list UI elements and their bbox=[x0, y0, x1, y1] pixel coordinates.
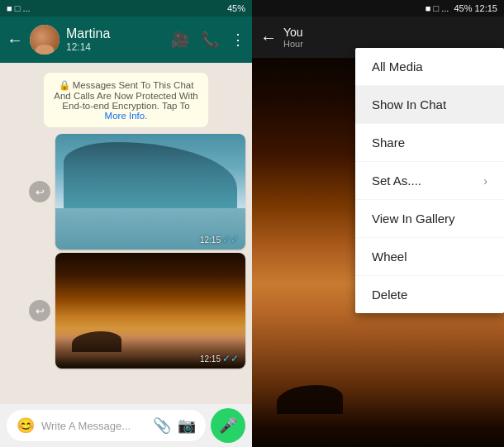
battery-time-left: 45% bbox=[227, 3, 245, 13]
input-box: 😊 Write A Message... 📎 📷 bbox=[7, 410, 206, 441]
menu-item-view-in-gallery[interactable]: View In Gallery bbox=[355, 200, 504, 238]
chat-input-bar: 😊 Write A Message... 📎 📷 🎤 bbox=[0, 404, 252, 447]
harbor-image bbox=[55, 134, 245, 250]
menu-label-set-as: Set As.... bbox=[372, 174, 421, 188]
emoji-icon[interactable]: 😊 bbox=[17, 416, 35, 435]
avatar bbox=[30, 25, 59, 55]
contact-status: 12:14 bbox=[66, 41, 164, 53]
status-icons-left: ■ □ ... bbox=[7, 3, 31, 13]
video-call-icon[interactable]: 🎥 bbox=[171, 31, 189, 49]
message-meta-1: 12:15 ✓✓ bbox=[200, 234, 239, 245]
media-back-icon[interactable]: ← bbox=[260, 28, 277, 47]
media-panel: ■ □ ... 45% 12:15 ← You Hour All Media S… bbox=[252, 0, 504, 447]
camera-icon[interactable]: 📷 bbox=[178, 416, 196, 435]
menu-label-show-in-chat: Show In Chat bbox=[372, 97, 446, 112]
menu-item-set-as[interactable]: Set As.... › bbox=[355, 162, 504, 200]
message-meta-2: 12:15 ✓✓ bbox=[200, 353, 239, 364]
encryption-text: 🔒 Messages Sent To This ChatAnd Calls Ar… bbox=[54, 80, 198, 111]
menu-item-all-media[interactable]: All Media bbox=[355, 48, 504, 86]
menu-label-delete: Delete bbox=[372, 288, 407, 302]
forward-button-1[interactable]: ↩ bbox=[29, 181, 50, 202]
back-arrow-icon[interactable]: ← bbox=[7, 31, 23, 50]
header-info: Martina 12:14 bbox=[66, 26, 164, 53]
status-icons-right: ■ □ ... bbox=[426, 3, 449, 13]
more-info-link[interactable]: More Info. bbox=[105, 111, 148, 121]
menu-label-wheel: Wheel bbox=[372, 250, 407, 264]
media-title-area: You Hour bbox=[283, 26, 496, 49]
chat-body: 🔒 Messages Sent To This ChatAnd Calls Ar… bbox=[0, 63, 252, 404]
encryption-notice: 🔒 Messages Sent To This ChatAnd Calls Ar… bbox=[44, 73, 208, 127]
status-bar-left: ■ □ ... 45% bbox=[0, 0, 252, 17]
chevron-right-icon: › bbox=[483, 174, 487, 188]
read-receipt-2: ✓✓ bbox=[222, 353, 239, 364]
message-2-wrapper: ↩ 12:15 ✓✓ bbox=[55, 253, 245, 369]
menu-item-delete[interactable]: Delete bbox=[355, 276, 504, 313]
avatar-image bbox=[30, 25, 59, 55]
more-options-icon[interactable]: ⋮ bbox=[231, 31, 245, 49]
attach-icon[interactable]: 📎 bbox=[153, 416, 171, 435]
menu-item-share[interactable]: Share bbox=[355, 124, 504, 162]
sunset-image bbox=[55, 253, 245, 369]
mic-button[interactable]: 🎤 bbox=[211, 408, 245, 443]
chat-panel: ■ □ ... 45% ← Martina 12:14 🎥 📞 ⋮ 🔒 Mess… bbox=[0, 0, 252, 447]
message-time-2: 12:15 bbox=[200, 354, 221, 364]
menu-label-view-in-gallery: View In Gallery bbox=[372, 212, 455, 226]
message-1-wrapper: ↩ 12:15 ✓✓ bbox=[55, 134, 245, 250]
forward-button-2[interactable]: ↩ bbox=[29, 300, 50, 321]
voice-call-icon[interactable]: 📞 bbox=[201, 31, 219, 49]
contact-name: Martina bbox=[66, 26, 164, 41]
header-icons: 🎥 📞 ⋮ bbox=[171, 31, 245, 49]
message-bubble-2: 12:15 ✓✓ bbox=[55, 253, 245, 369]
menu-item-wheel[interactable]: Wheel bbox=[355, 238, 504, 276]
message-input[interactable]: Write A Message... bbox=[41, 420, 146, 432]
menu-label-share: Share bbox=[372, 136, 405, 150]
chat-header: ← Martina 12:14 🎥 📞 ⋮ bbox=[0, 17, 252, 63]
read-receipt-1: ✓✓ bbox=[222, 234, 239, 245]
message-time-1: 12:15 bbox=[200, 235, 221, 245]
battery-time-right: 45% 12:15 bbox=[454, 3, 497, 13]
media-title: You bbox=[283, 26, 496, 39]
dropdown-menu: All Media Show In Chat Share Set As.... … bbox=[355, 48, 504, 313]
message-bubble-1: 12:15 ✓✓ bbox=[55, 134, 245, 250]
media-status-bar: ■ □ ... 45% 12:15 bbox=[252, 0, 504, 17]
menu-item-show-in-chat[interactable]: Show In Chat bbox=[355, 86, 504, 124]
menu-label-all-media: All Media bbox=[372, 59, 423, 74]
